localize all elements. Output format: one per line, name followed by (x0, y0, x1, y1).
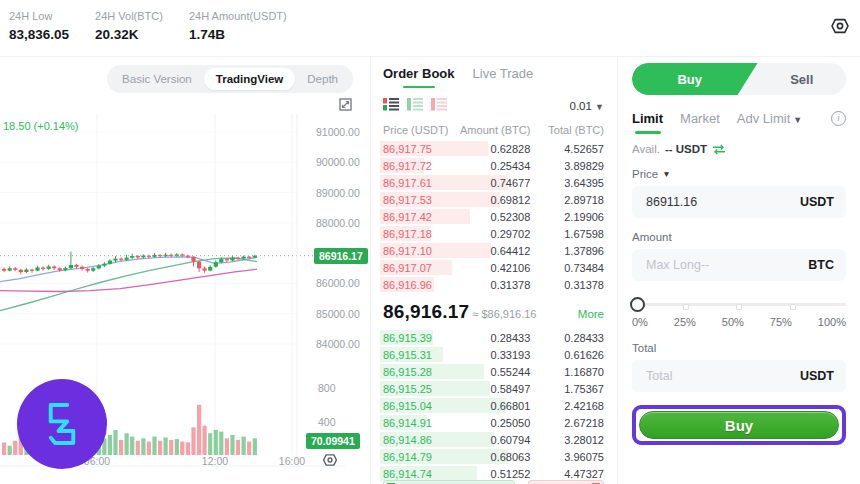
chart-panel: Basic Version TradingView Depth 18.50 (+… (0, 56, 371, 484)
bid-rows: 86,915.390.284330.2843386,915.310.331930… (383, 329, 604, 482)
tab-market[interactable]: Market (680, 111, 720, 126)
tot-cell: 1.37896 (530, 245, 604, 257)
sell-side-tab[interactable]: Sell (758, 63, 846, 95)
stat-value: 1.74B (189, 27, 287, 42)
trading-app: 24H Low 83,836.05 24H Vol(BTC) 20.32K 24… (0, 0, 860, 484)
price-cell: 86,917.61 (383, 177, 457, 189)
y-axis-label: 85000.00 (316, 308, 360, 320)
avail-value: -- USDT (665, 143, 707, 155)
amt-cell: 0.31378 (457, 279, 531, 291)
amt-cell: 0.25434 (457, 160, 531, 172)
tot-cell: 0.28433 (530, 332, 604, 344)
y-axis-label: 91000.00 (316, 126, 360, 138)
top-stats-bar: 24H Low 83,836.05 24H Vol(BTC) 20.32K 24… (0, 0, 860, 57)
view-mode-both-icon[interactable] (383, 97, 399, 115)
last-price: 86,916.17 (383, 301, 469, 323)
stat-label: 24H Low (9, 10, 69, 22)
sell-ratio-segment (528, 480, 604, 484)
tot-cell: 3.28012 (530, 434, 604, 446)
available-balance-row: Avail. -- USDT (632, 143, 846, 155)
info-icon[interactable]: i (831, 111, 846, 126)
buy-button[interactable]: Buy (639, 411, 839, 439)
ask-row[interactable]: 86,917.720.254343.89829 (383, 157, 604, 174)
slider-tick-50[interactable] (736, 304, 742, 310)
amount-label: Amount (632, 231, 846, 243)
last-price-usd: ≈ $86,916.16 (472, 308, 536, 320)
tab-order-book[interactable]: Order Book (383, 66, 455, 81)
more-link[interactable]: More (578, 308, 604, 320)
bid-row[interactable]: 86,914.740.512524.47327 (383, 465, 604, 482)
ask-row[interactable]: 86,917.100.644121.37896 (383, 242, 604, 259)
expand-icon[interactable] (339, 97, 352, 110)
chevron-down-icon: ▼ (662, 169, 670, 179)
view-mode-sell-icon[interactable] (431, 97, 447, 115)
ask-row[interactable]: 86,917.750.628284.52657 (383, 140, 604, 157)
amt-cell: 0.69812 (457, 194, 531, 206)
price-cell: 86,917.53 (383, 194, 457, 206)
ask-row[interactable]: 86,917.180.297021.67598 (383, 225, 604, 242)
total-input[interactable] (644, 368, 792, 384)
chart-tab-basic-version[interactable]: Basic Version (110, 68, 204, 90)
bid-row[interactable]: 86,915.040.668012.42168 (383, 397, 604, 414)
trade-panel: Buy Sell Limit Market Adv Limit▼ i Avail… (618, 56, 860, 484)
slider-label-50: 50% (722, 316, 744, 328)
slider-label-25: 25% (674, 316, 696, 328)
chart-settings-icon[interactable] (322, 452, 338, 468)
slider-tick-25[interactable] (683, 304, 689, 310)
brand-glyph (36, 398, 88, 450)
amt-cell: 0.66801 (457, 400, 531, 412)
chart-tab-depth[interactable]: Depth (295, 68, 350, 90)
tot-cell: 0.61626 (530, 349, 604, 361)
ask-row[interactable]: 86,916.960.313780.31378 (383, 276, 604, 293)
percent-slider[interactable] (632, 297, 846, 311)
slider-tick-75[interactable] (790, 304, 796, 310)
bid-row[interactable]: 86,914.790.680633.96075 (383, 448, 604, 465)
ask-row[interactable]: 86,917.530.698122.89718 (383, 191, 604, 208)
transfer-icon[interactable] (712, 144, 726, 155)
col-total: Total (BTC) (530, 124, 604, 136)
annotation-highlight: Buy (632, 405, 846, 445)
price-field[interactable]: USDT (632, 186, 846, 218)
amount-input[interactable] (644, 257, 800, 273)
total-label: Total (632, 342, 846, 354)
ask-row[interactable]: 86,917.610.746773.64395 (383, 174, 604, 191)
y-axis-label: 88000.00 (316, 217, 360, 229)
bid-row[interactable]: 86,915.390.284330.28433 (383, 329, 604, 346)
current-price-badge: 86916.17 (314, 248, 368, 264)
price-currency: USDT (800, 195, 834, 209)
tot-cell: 0.31378 (530, 279, 604, 291)
price-cell: 86,915.04 (383, 400, 457, 412)
amount-field[interactable]: BTC (632, 249, 846, 281)
total-field[interactable]: USDT (632, 360, 846, 392)
tot-cell: 0.73484 (530, 262, 604, 274)
ask-row[interactable]: 86,917.070.421060.73484 (383, 259, 604, 276)
price-cell: 86,917.10 (383, 245, 457, 257)
price-input[interactable] (644, 194, 792, 210)
tab-adv-limit[interactable]: Adv Limit▼ (737, 111, 802, 126)
bid-row[interactable]: 86,915.250.584971.75367 (383, 380, 604, 397)
price-cell: 86,917.75 (383, 143, 457, 155)
bid-row[interactable]: 86,915.280.552441.16870 (383, 363, 604, 380)
settings-icon[interactable] (830, 16, 850, 36)
bid-row[interactable]: 86,914.910.250502.67218 (383, 414, 604, 431)
amt-cell: 0.29702 (457, 228, 531, 240)
ask-row[interactable]: 86,917.420.523082.19906 (383, 208, 604, 225)
price-cell: 86,914.74 (383, 468, 457, 480)
buy-side-tab[interactable]: Buy (632, 63, 758, 95)
amt-cell: 0.33193 (457, 349, 531, 361)
amt-cell: 0.51252 (457, 468, 531, 480)
tot-cell: 2.42168 (530, 400, 604, 412)
slider-handle[interactable] (630, 297, 645, 312)
view-mode-buy-icon[interactable] (407, 97, 423, 115)
price-cell: 86,917.07 (383, 262, 457, 274)
tab-live-trade[interactable]: Live Trade (473, 66, 534, 81)
precision-dropdown[interactable]: 0.01 ▼ (569, 100, 604, 112)
bid-row[interactable]: 86,915.310.331930.61626 (383, 346, 604, 363)
amount-currency: BTC (808, 258, 834, 272)
chart-tab-tradingview[interactable]: TradingView (204, 68, 296, 90)
buy-ratio-segment (383, 480, 515, 484)
bid-row[interactable]: 86,914.860.607943.28012 (383, 431, 604, 448)
side-switcher: Buy Sell (632, 63, 846, 95)
tot-cell: 3.89829 (530, 160, 604, 172)
tab-limit[interactable]: Limit (632, 111, 663, 126)
